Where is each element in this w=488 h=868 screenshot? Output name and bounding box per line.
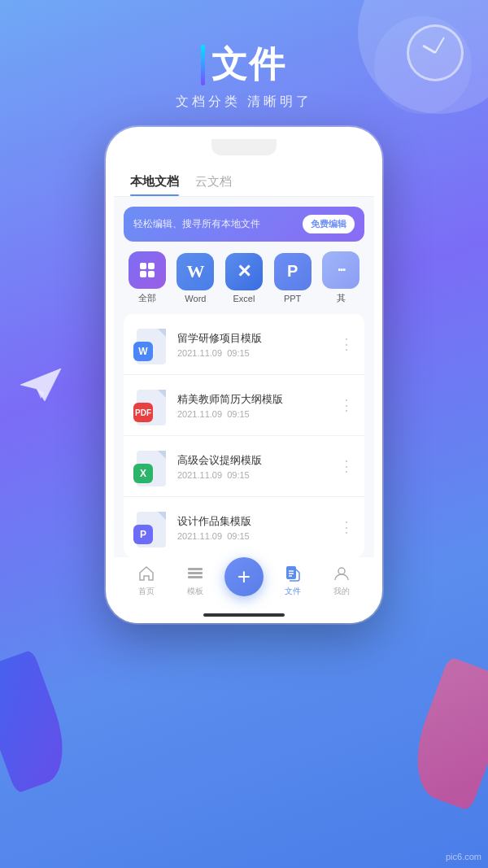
file-name-1: 精美教师简历大纲模版	[177, 392, 331, 407]
ppt-icon: P	[274, 253, 312, 290]
excel-icon: ✕	[225, 253, 263, 290]
svg-rect-0	[140, 263, 146, 269]
svg-rect-4	[188, 568, 203, 570]
file-meta-3: 2021.11.09 09:15	[177, 531, 331, 541]
header: 文件 文档分类 清晰明了	[176, 0, 312, 111]
phone-container: 本地文档 云文档 轻松编辑、搜寻所有本地文件 免费编辑	[106, 127, 382, 868]
file-excel-icon-2: X	[133, 464, 153, 483]
leaf-pink-decoration	[402, 656, 488, 812]
file-icon-2: X	[133, 446, 169, 486]
file-item-1[interactable]: PDF 精美教师简历大纲模版 2021.11.09 09:15 ⋮	[124, 375, 364, 436]
file-type-ppt[interactable]: P PPT	[271, 253, 315, 303]
fab-add-button[interactable]: +	[224, 557, 264, 596]
file-item-2[interactable]: X 高级会议提纲模版 2021.11.09 09:15 ⋮	[124, 436, 364, 497]
svg-rect-3	[148, 271, 155, 277]
nav-template-label: 模板	[187, 586, 203, 597]
file-type-more[interactable]: ··· 其	[319, 251, 363, 304]
file-icon-3: P	[133, 507, 169, 547]
search-banner[interactable]: 轻松编辑、搜寻所有本地文件 免费编辑	[124, 207, 364, 242]
file-more-2[interactable]: ⋮	[339, 457, 355, 475]
file-types-row: 全部 W Word ✕ Excel P	[124, 251, 364, 304]
clock-decoration	[407, 24, 464, 81]
search-banner-text: 轻松编辑、搜寻所有本地文件	[133, 217, 260, 231]
free-edit-button[interactable]: 免费编辑	[303, 215, 355, 233]
svg-rect-6	[188, 576, 203, 578]
bottom-nav: 首页 模板 +	[114, 557, 374, 607]
file-name-2: 高级会议提纲模版	[177, 453, 331, 468]
tab-cloud-docs[interactable]: 云文档	[195, 168, 232, 196]
svg-rect-2	[140, 271, 146, 277]
file-type-all[interactable]: 全部	[125, 251, 169, 304]
file-list: W 留学研修项目模版 2021.11.09 09:15 ⋮	[124, 314, 364, 557]
watermark: pic6.com	[446, 852, 481, 861]
files-icon	[283, 564, 303, 583]
file-icon-1: PDF	[133, 385, 169, 425]
file-meta-0: 2021.11.09 09:15	[177, 348, 331, 358]
page-subtitle: 文档分类 清晰明了	[176, 94, 312, 111]
file-type-more-label: 其	[337, 292, 346, 304]
nav-fab-container: +	[220, 565, 268, 596]
nav-home-label: 首页	[138, 586, 155, 597]
file-more-3[interactable]: ⋮	[339, 518, 355, 536]
all-icon	[129, 251, 166, 289]
file-type-ppt-label: PPT	[284, 294, 301, 303]
file-more-1[interactable]: ⋮	[339, 396, 355, 414]
nav-template[interactable]: 模板	[171, 564, 220, 597]
file-pdf-icon-1: PDF	[133, 403, 153, 422]
svg-point-11	[338, 568, 345, 574]
profile-icon	[332, 564, 351, 583]
file-info-2: 高级会议提纲模版 2021.11.09 09:15	[177, 453, 331, 480]
svg-rect-1	[148, 263, 155, 269]
tab-bar: 本地文档 云文档	[114, 159, 374, 197]
paper-plane-icon	[16, 364, 65, 405]
file-info-1: 精美教师简历大纲模版 2021.11.09 09:15	[177, 392, 331, 419]
file-item-0[interactable]: W 留学研修项目模版 2021.11.09 09:15 ⋮	[124, 314, 364, 375]
clock-minute-hand	[434, 37, 445, 53]
nav-profile-label: 我的	[333, 586, 350, 597]
nav-files-label: 文件	[285, 586, 301, 597]
word-icon: W	[176, 253, 214, 290]
file-item-3[interactable]: P 设计作品集模版 2021.11.09 09:15 ⋮	[124, 497, 364, 557]
file-type-excel-label: Excel	[233, 294, 255, 303]
header-accent-bar	[201, 45, 205, 85]
svg-rect-7	[286, 566, 296, 579]
file-type-excel[interactable]: ✕ Excel	[222, 253, 266, 303]
more-icon: ···	[322, 251, 359, 289]
leaf-blue-decoration	[0, 649, 77, 794]
nav-files[interactable]: 文件	[268, 564, 317, 597]
home-icon	[137, 564, 156, 583]
file-icon-0: W	[133, 324, 169, 364]
file-word-icon-0: W	[133, 342, 153, 361]
clock-hour-hand	[422, 45, 436, 55]
file-type-word[interactable]: W Word	[174, 253, 218, 303]
file-type-all-label: 全部	[138, 292, 156, 304]
page-title: 文件	[211, 41, 286, 89]
file-name-3: 设计作品集模版	[177, 514, 331, 529]
svg-rect-5	[188, 572, 203, 574]
file-meta-2: 2021.11.09 09:15	[177, 470, 331, 480]
header-title-container: 文件	[176, 41, 312, 89]
phone-mockup: 本地文档 云文档 轻松编辑、搜寻所有本地文件 免费编辑	[106, 127, 382, 623]
bottom-indicator	[203, 613, 285, 617]
nav-profile[interactable]: 我的	[317, 564, 366, 597]
file-info-3: 设计作品集模版 2021.11.09 09:15	[177, 514, 331, 541]
tab-local-docs[interactable]: 本地文档	[130, 168, 179, 196]
content-area: 轻松编辑、搜寻所有本地文件 免费编辑 全部	[114, 197, 374, 557]
template-icon	[185, 564, 205, 583]
file-type-word-label: Word	[185, 294, 206, 303]
phone-bottom-bar	[114, 607, 374, 623]
file-info-0: 留学研修项目模版 2021.11.09 09:15	[177, 331, 331, 358]
file-name-0: 留学研修项目模版	[177, 331, 331, 346]
file-meta-1: 2021.11.09 09:15	[177, 409, 331, 419]
file-ppt-icon-3: P	[133, 525, 153, 544]
nav-home[interactable]: 首页	[122, 564, 171, 597]
phone-notch	[211, 139, 277, 155]
file-more-0[interactable]: ⋮	[339, 335, 355, 353]
phone-top	[114, 135, 374, 159]
